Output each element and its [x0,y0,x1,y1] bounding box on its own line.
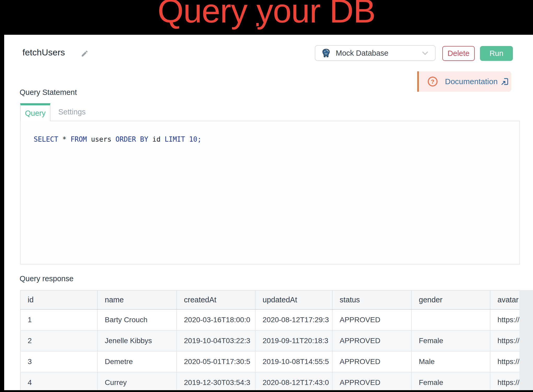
table-cell: 2019-10-04T03:22:3 [177,330,255,351]
table-row: 3Demetre2020-05-01T17:30:52019-10-08T14:… [20,351,519,372]
column-header: name [97,290,177,309]
table-header-row: idnamecreatedAtupdatedAtstatusgenderavat… [20,290,519,309]
documentation-badge: ? Documentation [419,71,511,92]
page: Query your DB fetchUsers Mock Database [0,0,533,392]
column-header: status [332,290,412,309]
title-cursor-artifact [256,23,259,26]
app-panel: fetchUsers Mock Database [4,35,533,390]
column-header: gender [412,290,490,309]
table-cell: 2019-12-30T03:54:3 [177,372,255,390]
sql-token: SELECT [34,135,58,143]
column-header: updatedAt [255,290,332,309]
sql-token: FROM [66,135,87,143]
tab-query[interactable]: Query [20,103,50,121]
table-row: 4Currey2019-12-30T03:54:32020-08-12T17:4… [20,372,519,390]
database-select-value: Mock Database [336,49,420,57]
svg-text:?: ? [431,78,434,85]
tab-settings[interactable]: Settings [50,103,94,121]
sql-code: SELECT * FROM users ORDER BY id LIMIT 10… [34,135,201,143]
sql-token: id [148,135,160,143]
table-cell: 2019-09-11T20:18:3 [255,330,332,351]
query-statement-label: Query Statement [20,88,77,97]
table-row: 1Barty Crouch2020-03-16T18:00:02020-08-1… [20,309,519,330]
column-header: avatar [490,290,519,309]
sql-token: ORDER [111,135,136,143]
table-cell: 2020-08-12T17:43:0 [255,372,332,390]
table-scrollbar-gutter [519,290,533,390]
table-cell: 2 [20,330,97,351]
table-cell: https:// [490,309,519,330]
table-cell: Currey [97,372,177,390]
column-header: id [20,290,97,309]
table-cell: https:// [490,330,519,351]
run-button[interactable]: Run [480,46,513,61]
sql-token: * [58,135,66,143]
table-cell: 2020-08-12T17:29:3 [255,309,332,330]
table-cell [412,309,490,330]
chevron-down-icon [420,48,430,58]
column-header: createdAt [177,290,255,309]
table-cell: APPROVED [332,309,412,330]
external-link-icon [501,78,509,85]
table-cell: Jenelle Kibbys [97,330,177,351]
table-cell: APPROVED [332,330,412,351]
query-name: fetchUsers [22,47,65,57]
page-title: Query your DB [0,0,533,28]
question-circle-icon: ? [427,76,438,87]
table-cell: https:// [490,372,519,390]
documentation-link[interactable]: ? Documentation [417,71,511,92]
table-cell: APPROVED [332,351,412,372]
tab-bar: Query Settings [20,103,94,121]
table-cell: https:// [490,351,519,372]
table-row: 2Jenelle Kibbys2019-10-04T03:22:32019-09… [20,330,519,351]
query-response-label: Query response [20,274,73,283]
table-cell: Female [412,372,490,390]
table-cell: Female [412,330,490,351]
table-cell: 2019-10-08T14:55:5 [255,351,332,372]
sql-token: 10; [185,135,201,143]
table-cell: APPROVED [332,372,412,390]
sql-token: users [87,135,112,143]
table-cell: 4 [20,372,97,390]
table-cell: Male [412,351,490,372]
query-response-table: idnamecreatedAtupdatedAtstatusgenderavat… [20,290,519,390]
table-cell: Demetre [97,351,177,372]
table-cell: 2020-05-01T17:30:5 [177,351,255,372]
sql-token: LIMIT [160,135,185,143]
table-cell: 1 [20,309,97,330]
delete-button[interactable]: Delete [442,46,475,61]
database-select[interactable]: Mock Database [315,45,436,61]
postgresql-elephant-icon [321,48,331,58]
documentation-label: Documentation [445,77,498,86]
edit-pencil-icon[interactable] [81,50,89,57]
query-response-table-wrap: idnamecreatedAtupdatedAtstatusgenderavat… [20,290,519,390]
table-cell: 3 [20,351,97,372]
table-cell: Barty Crouch [97,309,177,330]
sql-token: BY [136,135,148,143]
sql-editor[interactable]: SELECT * FROM users ORDER BY id LIMIT 10… [20,121,520,264]
table-cell: 2020-03-16T18:00:0 [177,309,255,330]
